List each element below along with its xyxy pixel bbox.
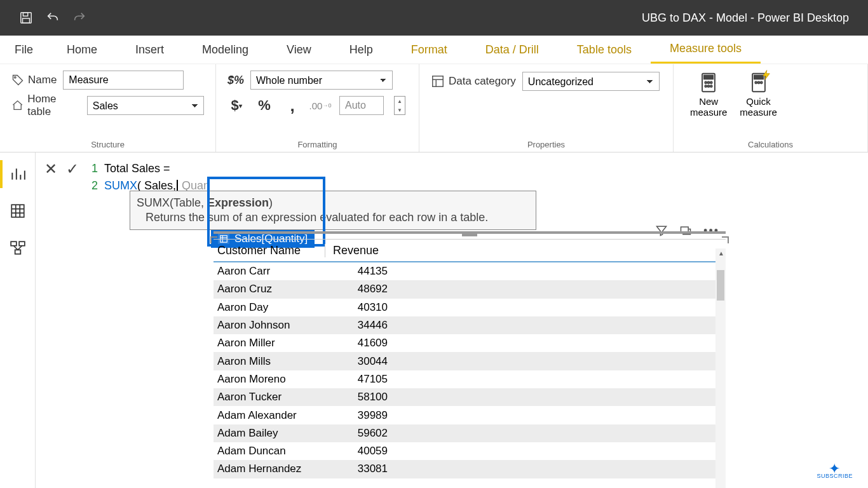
code-keyword: SUMX xyxy=(104,179,137,192)
cancel-formula-icon[interactable]: ✕ xyxy=(44,160,57,178)
table-row[interactable]: Adam Alexander39989 xyxy=(214,406,726,424)
tab-file[interactable]: File xyxy=(0,36,48,64)
table-row[interactable]: Aaron Moreno47105 xyxy=(214,370,726,388)
svg-point-3 xyxy=(15,77,17,79)
new-measure-button[interactable]: New measure xyxy=(685,72,732,118)
svg-line-32 xyxy=(13,246,18,250)
table-row[interactable]: Aaron Cruz48692 xyxy=(214,280,726,298)
cell-revenue: 40059 xyxy=(325,445,394,458)
ribbon-group-formatting: $% Whole number $▾ % , .00→0 ▲▼ Formatti… xyxy=(216,64,419,152)
code-ghost: Quan xyxy=(179,179,210,192)
svg-rect-8 xyxy=(704,76,713,79)
resize-handle-tr[interactable] xyxy=(722,236,729,243)
new-measure-label: New measure xyxy=(690,96,727,118)
cell-revenue: 40310 xyxy=(325,301,394,314)
table-row[interactable]: Aaron Miller41609 xyxy=(214,334,726,352)
table-row[interactable]: Adam Bailey59602 xyxy=(214,424,726,442)
tag-icon xyxy=(11,74,24,86)
tab-insert[interactable]: Insert xyxy=(116,36,183,64)
window-title: UBG to DAX - Model - Power BI Desktop xyxy=(86,11,868,25)
scrollbar-track[interactable]: ▲ xyxy=(715,248,726,488)
table-row[interactable]: Aaron Johnson34446 xyxy=(214,316,726,334)
cell-revenue: 30044 xyxy=(325,355,394,368)
svg-point-19 xyxy=(760,82,762,84)
home-table-label: Home table xyxy=(11,93,81,118)
decimals-input[interactable] xyxy=(339,96,384,115)
tab-format[interactable]: Format xyxy=(392,36,466,64)
tab-data-drill[interactable]: Data / Drill xyxy=(466,36,558,64)
ribbon-group-structure: Name Home table Sales Structure xyxy=(0,64,216,152)
svg-rect-1 xyxy=(23,13,27,17)
report-view-icon[interactable] xyxy=(9,165,27,183)
code-line-2-rest: ( Sales, xyxy=(137,179,176,192)
quick-measure-button[interactable]: Quick measure xyxy=(735,72,782,118)
ribbon-group-calculations: New measure Quick measure Calculations xyxy=(674,64,868,152)
top-resize-edge[interactable] xyxy=(214,231,726,234)
name-label: Name xyxy=(11,74,57,86)
home-table-select[interactable]: Sales xyxy=(87,96,204,115)
table-visual[interactable]: ••• Customer Name Revenue Aaron Carr4413… xyxy=(214,239,726,488)
quick-measure-label: Quick measure xyxy=(740,96,776,118)
cell-customer: Adam Duncan xyxy=(214,445,325,458)
table-header: Customer Name Revenue xyxy=(214,240,726,262)
ribbon-body: Name Home table Sales Structure $% Whole… xyxy=(0,64,868,152)
tab-home[interactable]: Home xyxy=(48,36,116,64)
column-header-customer[interactable]: Customer Name xyxy=(214,244,325,257)
table-row[interactable]: Aaron Mills30044 xyxy=(214,352,726,370)
svg-point-10 xyxy=(708,82,710,84)
percent-button[interactable]: % xyxy=(255,97,273,114)
table-row[interactable]: Aaron Tucker58100 xyxy=(214,388,726,406)
decimals-button[interactable]: .00→0 xyxy=(311,97,329,114)
scroll-up-icon[interactable]: ▲ xyxy=(718,250,724,257)
decimals-stepper[interactable]: ▲▼ xyxy=(394,96,405,115)
cell-revenue: 59602 xyxy=(325,427,394,440)
cell-customer: Aaron Miller xyxy=(214,337,325,349)
cell-customer: Aaron Cruz xyxy=(214,283,325,295)
redo-icon[interactable] xyxy=(72,11,86,25)
scrollbar-thumb[interactable] xyxy=(717,270,724,301)
tab-table-tools[interactable]: Table tools xyxy=(558,36,651,64)
formula-bar: ✕ ✓ 1Total Sales = 2SUMX( Sales, Quan xyxy=(44,152,868,194)
tab-view[interactable]: View xyxy=(268,36,330,64)
commit-formula-icon[interactable]: ✓ xyxy=(66,160,79,178)
cell-revenue: 41609 xyxy=(325,337,394,349)
tab-help[interactable]: Help xyxy=(330,36,392,64)
category-icon xyxy=(431,74,445,88)
format-select[interactable]: Whole number xyxy=(250,71,393,90)
group-label-formatting: Formatting xyxy=(227,140,407,151)
cell-revenue: 47105 xyxy=(325,373,394,386)
table-row[interactable]: Aaron Carr44135 xyxy=(214,262,726,280)
tooltip-description: Returns the sum of an expression evaluat… xyxy=(137,211,529,224)
svg-rect-24 xyxy=(11,205,24,217)
view-rail xyxy=(0,152,36,488)
table-row[interactable]: Adam Hernandez33081 xyxy=(214,460,726,478)
svg-rect-29 xyxy=(11,241,17,246)
thousands-button[interactable]: , xyxy=(283,97,301,114)
svg-point-14 xyxy=(710,85,712,87)
table-row[interactable]: Adam Duncan40059 xyxy=(214,442,726,460)
currency-button[interactable]: $▾ xyxy=(227,97,245,114)
dax-editor[interactable]: 1Total Sales = 2SUMX( Sales, Quan xyxy=(85,160,210,194)
model-view-icon[interactable] xyxy=(9,239,27,257)
data-category-label: Data category xyxy=(431,74,516,88)
cell-customer: Adam Alexander xyxy=(214,409,325,422)
undo-icon[interactable] xyxy=(46,11,60,25)
cell-customer: Aaron Day xyxy=(214,301,325,314)
column-header-revenue[interactable]: Revenue xyxy=(325,244,394,257)
cell-revenue: 33081 xyxy=(325,463,394,475)
tab-measure-tools[interactable]: Measure tools xyxy=(651,36,761,64)
cell-revenue: 34446 xyxy=(325,319,394,332)
data-view-icon[interactable] xyxy=(9,202,27,220)
resize-handle-tl[interactable] xyxy=(210,236,217,243)
svg-rect-31 xyxy=(15,250,20,254)
table-row[interactable]: Aaron Day40310 xyxy=(214,299,726,316)
cell-customer: Adam Hernandez xyxy=(214,463,325,475)
measure-name-input[interactable] xyxy=(63,71,184,90)
cell-customer: Adam Bailey xyxy=(214,427,325,440)
group-label-calculations: Calculations xyxy=(685,140,856,151)
data-category-select[interactable]: Uncategorized xyxy=(522,72,660,91)
tab-modeling[interactable]: Modeling xyxy=(183,36,268,64)
save-icon[interactable] xyxy=(19,11,33,25)
code-line-1: Total Sales = xyxy=(104,160,170,177)
svg-point-11 xyxy=(710,82,712,84)
